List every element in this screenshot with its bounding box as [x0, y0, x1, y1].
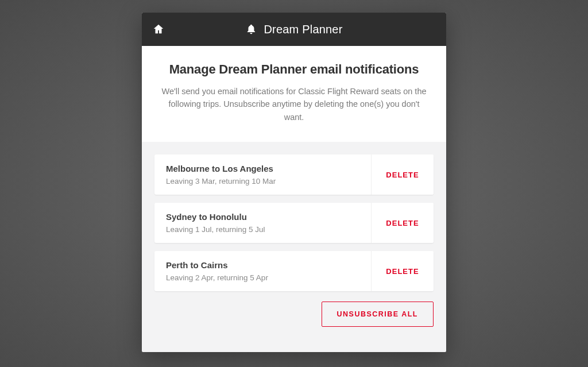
page-description: We'll send you email notifications for C…	[159, 85, 429, 123]
trip-dates: Leaving 2 Apr, returning 5 Apr	[166, 273, 359, 282]
trip-info: Perth to Cairns Leaving 2 Apr, returning…	[154, 251, 372, 291]
dream-planner-panel: Dream Planner Manage Dream Planner email…	[142, 13, 446, 352]
trip-info: Melbourne to Los Angeles Leaving 3 Mar, …	[154, 154, 372, 195]
bell-icon	[245, 24, 257, 35]
trip-route: Melbourne to Los Angeles	[166, 164, 359, 173]
trip-info: Sydney to Honolulu Leaving 1 Jul, return…	[154, 203, 372, 243]
delete-button[interactable]: DELETE	[372, 203, 434, 243]
header-title: Dream Planner	[264, 23, 342, 36]
trip-row: Sydney to Honolulu Leaving 1 Jul, return…	[154, 203, 434, 243]
footer-actions: UNSUBSCRIBE ALL	[154, 299, 434, 339]
trips-list: Melbourne to Los Angeles Leaving 3 Mar, …	[142, 142, 446, 352]
trip-route: Sydney to Honolulu	[166, 212, 359, 222]
header-title-group: Dream Planner	[245, 23, 342, 36]
delete-button[interactable]: DELETE	[372, 154, 434, 195]
page-title: Manage Dream Planner email notifications	[159, 62, 429, 77]
trip-dates: Leaving 1 Jul, returning 5 Jul	[166, 225, 359, 234]
trip-row: Perth to Cairns Leaving 2 Apr, returning…	[154, 251, 434, 291]
home-icon[interactable]	[152, 23, 165, 36]
trip-route: Perth to Cairns	[166, 260, 359, 270]
trip-row: Melbourne to Los Angeles Leaving 3 Mar, …	[154, 154, 434, 195]
delete-button[interactable]: DELETE	[372, 251, 434, 291]
trip-dates: Leaving 3 Mar, returning 10 Mar	[166, 177, 359, 186]
intro-section: Manage Dream Planner email notifications…	[142, 46, 446, 142]
header-bar: Dream Planner	[142, 13, 446, 46]
unsubscribe-all-button[interactable]: UNSUBSCRIBE ALL	[322, 302, 434, 327]
